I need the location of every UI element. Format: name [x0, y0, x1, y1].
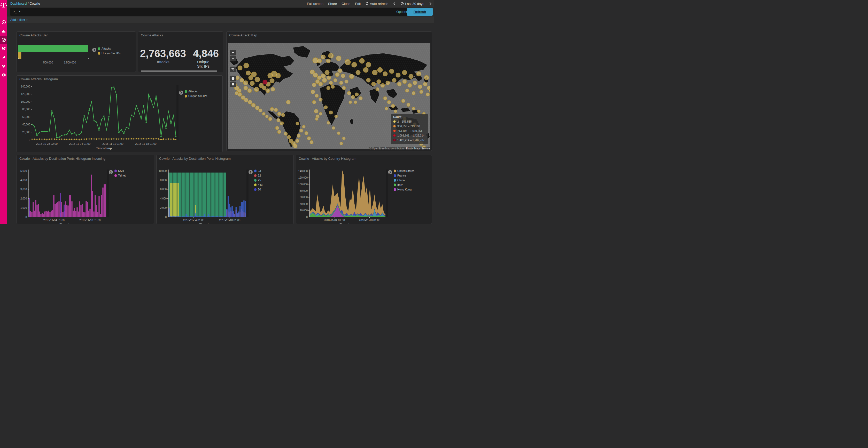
legend-toggle[interactable]: ❯ [179, 91, 183, 95]
legend-item-hong-kong[interactable]: Hong Kong [394, 188, 411, 191]
svg-text:2018-11-18 01:00: 2018-11-18 01:00 [359, 218, 380, 222]
time-forward-button[interactable] [429, 2, 432, 5]
query-value: * [19, 10, 21, 14]
svg-text:2018-11-18 01:00: 2018-11-18 01:00 [135, 142, 157, 145]
time-back-button[interactable] [393, 2, 396, 5]
legend-item-france[interactable]: France [394, 174, 406, 177]
legend-color-dot [394, 188, 396, 191]
legend-item-22[interactable]: 22 [254, 174, 261, 177]
auto-refresh-button[interactable]: Auto-refresh [366, 2, 389, 6]
svg-text:2018-11-04 01:00: 2018-11-04 01:00 [183, 218, 204, 222]
clone-button[interactable]: Clone [342, 2, 350, 6]
gear-icon [2, 73, 6, 77]
sidebar-item-visualize[interactable] [0, 27, 7, 35]
svg-text:2018-11-11 01:00: 2018-11-11 01:00 [102, 142, 123, 145]
legend-color-dot [394, 170, 396, 172]
bear-icon [2, 46, 6, 51]
refresh-button[interactable]: Refresh [407, 8, 433, 16]
legend-label: China [397, 179, 405, 182]
map-draw-rectangle-button[interactable] [230, 81, 236, 87]
sidebar-item-monitoring[interactable] [0, 62, 7, 70]
attacks-histogram-chart[interactable]: 020,00040,00060,00080,000100,000120,0001… [17, 76, 223, 152]
options-link[interactable]: Options [396, 10, 408, 14]
sidebar-item-dev-tools[interactable] [0, 53, 7, 61]
legend-label: Hong Kong [397, 188, 411, 191]
breadcrumb-dashboard-link[interactable]: Dashboard [10, 2, 27, 5]
legend-item-united-states[interactable]: United States [394, 169, 414, 172]
map-legend-dot [393, 125, 396, 128]
horizontal-scrollbar[interactable] [141, 70, 217, 72]
osm-attribution[interactable]: © OpenStreetMap contributors, [369, 147, 406, 150]
svg-text:2018-11-04 01:00: 2018-11-04 01:00 [324, 218, 345, 222]
svg-text:3,000: 3,000 [21, 188, 27, 191]
legend-color-dot [394, 179, 396, 182]
legend-label: 443 [258, 183, 262, 186]
legend-item-attacks[interactable]: Attacks [98, 47, 111, 50]
legend-item-23[interactable]: 23 [254, 169, 261, 172]
svg-text:40,000: 40,000 [300, 203, 308, 205]
query-prompt-icon: >_ [13, 10, 17, 13]
map-zoom-out-button[interactable]: − [230, 56, 236, 61]
ports-chart[interactable]: 02,0004,0006,0008,00010,0002018-11-04 01… [157, 155, 294, 224]
sidebar-item-discover[interactable] [0, 18, 7, 26]
full-screen-button[interactable]: Full screen [307, 2, 323, 6]
map-legend-dot [393, 130, 396, 132]
svg-text:4,000: 4,000 [160, 197, 167, 200]
search-input[interactable]: >_ * Options [10, 8, 411, 16]
app-sidebar: T [0, 0, 7, 224]
svg-text:5,000: 5,000 [21, 170, 27, 172]
svg-text:2018-11-04 01:00: 2018-11-04 01:00 [69, 142, 90, 145]
share-button[interactable]: Share [328, 2, 337, 6]
map-legend-dot [393, 139, 396, 141]
legend-item-telnet[interactable]: Telnet [115, 174, 126, 177]
legend-color-dot [254, 183, 256, 186]
legend-label: 25 [258, 179, 261, 182]
svg-text:500,000: 500,000 [43, 61, 53, 64]
legend-label: United States [397, 169, 414, 172]
legend-item-80[interactable]: 80 [254, 188, 261, 191]
legend-item-attacks[interactable]: Attacks [185, 90, 197, 93]
panel-cowrie-attacks-histogram: Cowrie Attacks Histogram 020,00040,00060… [17, 75, 223, 152]
svg-text:80,000: 80,000 [22, 108, 30, 111]
map-count-legend: Count 2 – 356,555356,555 – 713,108713,10… [391, 114, 428, 144]
add-filter-link[interactable]: Add a filter + [10, 18, 28, 22]
gauge-icon [2, 38, 6, 42]
legend-item-unique-src-ips[interactable]: Unique Src IPs [98, 51, 120, 55]
ports-incoming-chart[interactable]: 01,0002,0003,0004,0005,0002018-11-04 01:… [17, 155, 154, 224]
legend-item-unique-src-ips[interactable]: Unique Src IPs [185, 95, 207, 98]
refresh-icon [366, 2, 369, 5]
map-draw-polygon-button[interactable] [230, 76, 236, 81]
map-legend-label: 713,108 – 1,069,661 [397, 129, 422, 132]
sidebar-item-management[interactable] [0, 71, 7, 79]
map-fit-data-button[interactable] [230, 67, 236, 72]
tmobile-logo[interactable]: T [0, 1, 7, 10]
elastic-maps-attribution[interactable]: Elastic Maps Service [406, 147, 430, 150]
svg-text:2,000: 2,000 [160, 206, 167, 209]
map-attribution: © OpenStreetMap contributors, Elastic Ma… [369, 147, 431, 150]
svg-text:2018-10-28 02:00: 2018-10-28 02:00 [36, 142, 58, 145]
legend-item-25[interactable]: 25 [254, 179, 261, 182]
country-chart[interactable]: 020,00040,00060,00080,000100,000120,0001… [296, 155, 432, 224]
legend-color-dot [394, 183, 396, 186]
legend-item-china[interactable]: China [394, 179, 405, 182]
legend-color-dot [98, 52, 100, 55]
sidebar-item-dashboard[interactable] [0, 36, 7, 44]
legend-item-443[interactable]: 443 [254, 183, 262, 186]
svg-text:8,000: 8,000 [160, 179, 167, 182]
legend-toggle[interactable]: ❯ [388, 170, 392, 174]
legend-color-dot [254, 188, 256, 191]
rectangle-icon [231, 82, 235, 86]
legend-item-italy[interactable]: Italy [394, 183, 402, 186]
legend-label: Telnet [118, 174, 126, 177]
legend-toggle[interactable]: ❯ [92, 48, 96, 52]
legend-toggle[interactable]: ❯ [249, 170, 253, 174]
time-range-picker[interactable]: Last 30 days [401, 2, 424, 6]
legend-label: SSH [118, 169, 124, 172]
legend-color-dot [185, 90, 187, 93]
edit-button[interactable]: Edit [355, 2, 361, 6]
map-zoom-in-button[interactable]: + [230, 50, 236, 56]
legend-toggle[interactable]: ❯ [109, 170, 113, 174]
sidebar-item-timelion[interactable] [0, 44, 7, 53]
legend-item-ssh[interactable]: SSH [115, 169, 124, 172]
legend-color-dot [254, 179, 256, 182]
